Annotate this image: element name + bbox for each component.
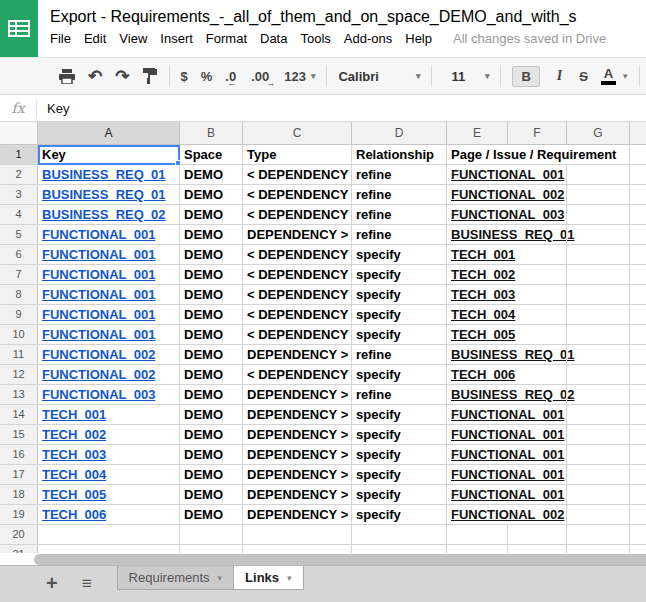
- cell-F5[interactable]: [508, 225, 567, 245]
- cell-G7[interactable]: [567, 265, 630, 285]
- currency-format-button[interactable]: $: [181, 69, 188, 84]
- cell-G20[interactable]: [567, 525, 630, 545]
- cell-E4[interactable]: FUNCTIONAL_003: [447, 205, 508, 225]
- cell-G19[interactable]: [567, 505, 630, 525]
- key-link[interactable]: TECH_002: [42, 427, 106, 442]
- cell-H7[interactable]: [630, 265, 646, 285]
- cell-F21[interactable]: [508, 545, 567, 553]
- cell-F10[interactable]: [508, 325, 567, 345]
- row-header-9[interactable]: 9: [0, 305, 38, 325]
- cell-B4[interactable]: DEMO: [180, 205, 243, 225]
- cell-B11[interactable]: DEMO: [180, 345, 243, 365]
- column-header-G[interactable]: G: [567, 122, 630, 145]
- italic-button[interactable]: I: [553, 66, 566, 86]
- cell-D19[interactable]: specify: [352, 505, 447, 525]
- cell-B8[interactable]: DEMO: [180, 285, 243, 305]
- row-header-19[interactable]: 19: [0, 505, 38, 525]
- cell-G3[interactable]: [567, 185, 630, 205]
- cell-G1[interactable]: [567, 145, 630, 165]
- cell-G4[interactable]: [567, 205, 630, 225]
- target-link[interactable]: TECH_002: [451, 267, 515, 282]
- cell-H6[interactable]: [630, 245, 646, 265]
- cell-C19[interactable]: DEPENDENCY >: [243, 505, 352, 525]
- cell-H1[interactable]: [630, 145, 646, 165]
- cell-F6[interactable]: [508, 245, 567, 265]
- cell-H15[interactable]: [630, 425, 646, 445]
- cell-C12[interactable]: < DEPENDENCY: [243, 365, 352, 385]
- cell-C6[interactable]: < DEPENDENCY: [243, 245, 352, 265]
- cell-F15[interactable]: [508, 425, 567, 445]
- menu-data[interactable]: Data: [260, 31, 287, 46]
- cell-D5[interactable]: refine: [352, 225, 447, 245]
- row-header-14[interactable]: 14: [0, 405, 38, 425]
- cell-H10[interactable]: [630, 325, 646, 345]
- column-header-C[interactable]: C: [243, 122, 352, 145]
- cell-C17[interactable]: DEPENDENCY >: [243, 465, 352, 485]
- cell-F4[interactable]: [508, 205, 567, 225]
- cell-G2[interactable]: [567, 165, 630, 185]
- add-sheet-button[interactable]: +: [46, 572, 58, 594]
- cell-C4[interactable]: < DEPENDENCY: [243, 205, 352, 225]
- row-header-5[interactable]: 5: [0, 225, 38, 245]
- menu-tools[interactable]: Tools: [300, 31, 330, 46]
- cell-E20[interactable]: [447, 525, 508, 545]
- cell-A10[interactable]: FUNCTIONAL_001: [38, 325, 180, 345]
- cell-H21[interactable]: [630, 545, 646, 553]
- cell-E11[interactable]: BUSINESS_REQ_01: [447, 345, 508, 365]
- key-link[interactable]: TECH_004: [42, 467, 106, 482]
- cell-D20[interactable]: [352, 525, 447, 545]
- undo-button[interactable]: ↶: [88, 66, 102, 87]
- cell-B21[interactable]: [180, 545, 243, 553]
- key-link[interactable]: FUNCTIONAL_001: [42, 327, 155, 342]
- cell-A17[interactable]: TECH_004: [38, 465, 180, 485]
- cell-D16[interactable]: specify: [352, 445, 447, 465]
- cell-E10[interactable]: TECH_005: [447, 325, 508, 345]
- row-header-20[interactable]: 20: [0, 525, 38, 545]
- cell-C5[interactable]: DEPENDENCY >: [243, 225, 352, 245]
- formula-input[interactable]: Key: [37, 101, 69, 116]
- cell-B19[interactable]: DEMO: [180, 505, 243, 525]
- cell-A11[interactable]: FUNCTIONAL_002: [38, 345, 180, 365]
- cell-D3[interactable]: refine: [352, 185, 447, 205]
- cell-D10[interactable]: specify: [352, 325, 447, 345]
- cell-G12[interactable]: [567, 365, 630, 385]
- horizontal-scrollbar-thumb[interactable]: [34, 554, 646, 565]
- cell-E21[interactable]: [447, 545, 508, 553]
- cell-G8[interactable]: [567, 285, 630, 305]
- cell-E6[interactable]: TECH_001: [447, 245, 508, 265]
- cell-F17[interactable]: [508, 465, 567, 485]
- row-header-1[interactable]: 1: [0, 145, 38, 165]
- cell-B18[interactable]: DEMO: [180, 485, 243, 505]
- tab-requirements[interactable]: Requirements▾: [117, 566, 234, 590]
- cell-C3[interactable]: < DEPENDENCY: [243, 185, 352, 205]
- cell-D17[interactable]: specify: [352, 465, 447, 485]
- cell-B13[interactable]: DEMO: [180, 385, 243, 405]
- cell-E7[interactable]: TECH_002: [447, 265, 508, 285]
- cell-D6[interactable]: specify: [352, 245, 447, 265]
- cell-A19[interactable]: TECH_006: [38, 505, 180, 525]
- column-header-B[interactable]: B: [180, 122, 243, 145]
- cell-D7[interactable]: specify: [352, 265, 447, 285]
- cell-A5[interactable]: FUNCTIONAL_001: [38, 225, 180, 245]
- target-link[interactable]: TECH_005: [451, 327, 515, 342]
- cell-C2[interactable]: < DEPENDENCY: [243, 165, 352, 185]
- key-link[interactable]: FUNCTIONAL_003: [42, 387, 155, 402]
- cell-A16[interactable]: TECH_003: [38, 445, 180, 465]
- target-link[interactable]: TECH_001: [451, 247, 515, 262]
- cell-E8[interactable]: TECH_003: [447, 285, 508, 305]
- strikethrough-button[interactable]: S: [579, 69, 588, 84]
- cell-H3[interactable]: [630, 185, 646, 205]
- cell-D9[interactable]: specify: [352, 305, 447, 325]
- cell-E13[interactable]: BUSINESS_REQ_02: [447, 385, 508, 405]
- cell-F3[interactable]: [508, 185, 567, 205]
- row-header-10[interactable]: 10: [0, 325, 38, 345]
- cell-E16[interactable]: FUNCTIONAL_001: [447, 445, 508, 465]
- cell-G11[interactable]: [567, 345, 630, 365]
- cell-F9[interactable]: [508, 305, 567, 325]
- cell-E5[interactable]: BUSINESS_REQ_01: [447, 225, 508, 245]
- target-link[interactable]: TECH_006: [451, 367, 515, 382]
- cell-H8[interactable]: [630, 285, 646, 305]
- decrease-decimal-button[interactable]: .0←: [225, 69, 238, 84]
- column-header-partial[interactable]: [630, 122, 646, 145]
- key-link[interactable]: TECH_006: [42, 507, 106, 522]
